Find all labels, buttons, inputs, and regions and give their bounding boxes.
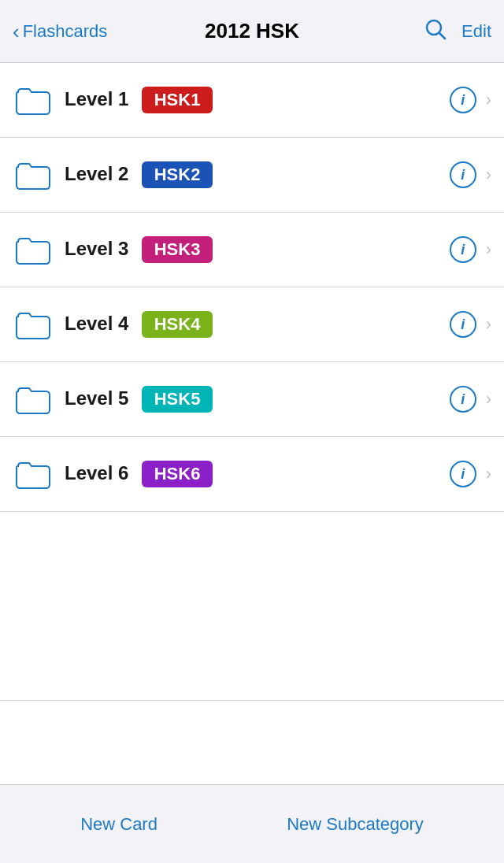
hsk-badge: HSK2 [142, 161, 213, 188]
folder-icon [13, 379, 54, 420]
levels-list: Level 1 HSK1 i › Level 2 HSK2 i › [0, 63, 504, 512]
folder-icon [13, 304, 54, 345]
back-button[interactable]: ‹ Flashcards [13, 21, 107, 42]
info-button[interactable]: i [450, 236, 476, 263]
level-label: Level 5 HSK5 [65, 386, 440, 413]
list-item-level1[interactable]: Level 1 HSK1 i › [0, 63, 504, 138]
back-label: Flashcards [23, 21, 108, 42]
edit-button[interactable]: Edit [461, 21, 491, 42]
new-card-button[interactable]: New Card [65, 806, 173, 843]
folder-icon [13, 229, 54, 270]
hsk-badge: HSK5 [142, 386, 213, 413]
info-button[interactable]: i [450, 461, 476, 487]
chevron-right-icon: › [486, 389, 491, 409]
level-label: Level 3 HSK3 [65, 236, 440, 263]
chevron-left-icon: ‹ [13, 21, 20, 42]
svg-line-1 [439, 33, 445, 39]
hsk-badge: HSK3 [142, 236, 213, 263]
chevron-right-icon: › [486, 90, 491, 110]
folder-icon [13, 80, 54, 120]
page-title: 2012 HSK [205, 19, 299, 43]
hsk-badge: HSK6 [142, 461, 213, 487]
info-button[interactable]: i [450, 161, 476, 188]
info-button[interactable]: i [450, 311, 476, 338]
list-item-level5[interactable]: Level 5 HSK5 i › [0, 362, 504, 437]
main-content: Level 1 HSK1 i › Level 2 HSK2 i › [0, 63, 504, 784]
list-item-level2[interactable]: Level 2 HSK2 i › [0, 138, 504, 213]
chevron-right-icon: › [486, 314, 491, 335]
list-item-level6[interactable]: Level 6 HSK6 i › [0, 437, 504, 512]
chevron-right-icon: › [486, 239, 491, 260]
info-button[interactable]: i [450, 386, 476, 413]
list-item-level4[interactable]: Level 4 HSK4 i › [0, 287, 504, 362]
folder-icon [13, 454, 54, 494]
empty-space [0, 512, 504, 701]
hsk-badge: HSK1 [142, 87, 213, 113]
info-button[interactable]: i [450, 87, 476, 113]
level-label: Level 6 HSK6 [65, 461, 440, 487]
level-label: Level 2 HSK2 [65, 161, 440, 188]
hsk-badge: HSK4 [142, 311, 213, 338]
list-item-level3[interactable]: Level 3 HSK3 i › [0, 213, 504, 287]
bottom-toolbar: New Card New Subcategory [0, 784, 504, 863]
chevron-right-icon: › [486, 464, 491, 484]
level-label: Level 4 HSK4 [65, 311, 440, 338]
folder-icon [13, 154, 54, 195]
level-label: Level 1 HSK1 [65, 87, 440, 113]
header-actions: Edit [424, 17, 491, 45]
new-subcategory-button[interactable]: New Subcategory [271, 806, 439, 843]
search-icon[interactable] [424, 17, 447, 45]
chevron-right-icon: › [486, 165, 491, 185]
navigation-header: ‹ Flashcards 2012 HSK Edit [0, 0, 504, 63]
